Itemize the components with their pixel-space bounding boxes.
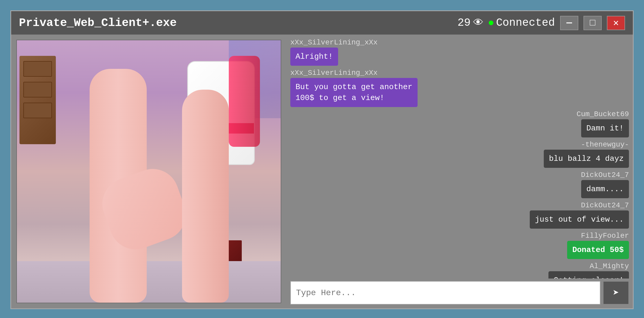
titlebar: Private_Web_Client+.exe 29 👁 Connected —… [11, 11, 633, 35]
chat-username-0: xXx_SilverLining_xXx [290, 38, 378, 47]
chat-input-row: ➤ [290, 281, 629, 304]
chat-entry-7: Al_Mighty Getting closer! [290, 262, 629, 279]
chat-username-1: xXx_SilverLining_xXx [290, 69, 378, 77]
stream-video [16, 40, 281, 303]
dresser [19, 56, 56, 144]
chat-entry-3: -thenewguy- blu ballz 4 dayz [290, 141, 629, 168]
chat-messages-list: xXx_SilverLining_xXx Alright! xXx_Silver… [290, 38, 629, 279]
window-title: Private_Web_Client+.exe [19, 16, 458, 29]
chat-entry-5: DickOut24_7 just out of view... [290, 201, 629, 229]
viewer-count: 29 👁 [458, 17, 484, 29]
chat-bubble-4: damm.... [581, 180, 629, 198]
minimize-button[interactable]: — [560, 16, 578, 30]
chat-entry-6: FillyFooler Donated 50$ [290, 232, 629, 259]
main-window: Private_Web_Client+.exe 29 👁 Connected —… [10, 10, 634, 309]
chat-username-2: Cum_Bucket69 [576, 110, 629, 118]
send-button[interactable]: ➤ [603, 281, 629, 304]
dresser-drawer-1 [23, 61, 52, 77]
dresser-drawer-2 [23, 82, 52, 97]
status-dot [489, 21, 493, 25]
dresser-drawer-3 [23, 103, 52, 118]
chat-panel: xXx_SilverLining_xXx Alright! xXx_Silver… [286, 35, 633, 308]
chat-username-5: DickOut24_7 [581, 201, 629, 209]
chat-username-3: -thenewguy- [581, 141, 629, 149]
chat-entry-2: Cum_Bucket69 Damn it! [290, 110, 629, 137]
chat-bubble-6: Donated 50$ [567, 241, 629, 259]
chat-bubble-0: Alright! [290, 48, 338, 66]
maximize-button[interactable]: □ [583, 16, 602, 30]
chat-bubble-1: But you gotta get another100$ to get a v… [290, 78, 418, 107]
titlebar-controls: 29 👁 Connected — □ ✕ [458, 16, 625, 30]
chat-entry-0: xXx_SilverLining_xXx Alright! [290, 38, 629, 66]
connection-status: Connected [489, 17, 555, 29]
chat-username-4: DickOut24_7 [581, 171, 629, 179]
chat-bubble-7: Getting closer! [548, 271, 629, 279]
chat-entry-1: xXx_SilverLining_xXx But you gotta get a… [290, 69, 629, 107]
clothing-side [229, 56, 260, 147]
chat-input[interactable] [290, 281, 600, 304]
chat-entry-4: DickOut24_7 damm.... [290, 171, 629, 198]
chat-bubble-3: blu ballz 4 dayz [544, 150, 629, 168]
eye-icon: 👁 [473, 17, 484, 29]
chat-bubble-2: Damn it! [581, 119, 629, 137]
status-label: Connected [496, 17, 555, 29]
send-icon: ➤ [613, 287, 619, 299]
chat-bubble-5: just out of view... [530, 210, 629, 229]
character-leg-right [182, 90, 229, 303]
content-area: xXx_SilverLining_xXx Alright! xXx_Silver… [11, 35, 633, 308]
chat-username-6: FillyFooler [581, 232, 629, 240]
close-button[interactable]: ✕ [607, 16, 625, 30]
floor [17, 261, 281, 303]
chat-username-7: Al_Mighty [590, 262, 629, 270]
anime-illustration [17, 40, 281, 303]
viewer-number: 29 [458, 17, 471, 29]
